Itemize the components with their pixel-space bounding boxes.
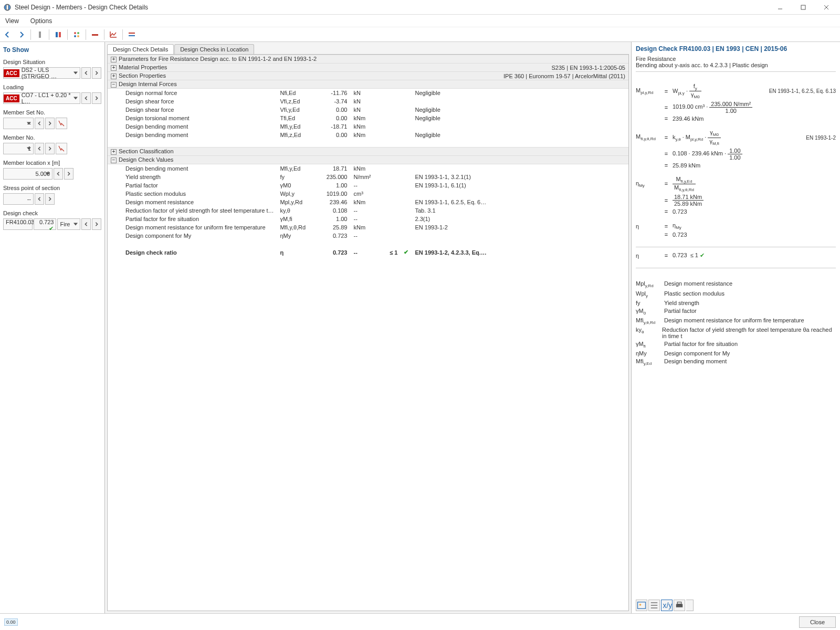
prev-memberset-button[interactable] — [35, 118, 44, 129]
svg-point-9 — [74, 32, 76, 34]
tree-header[interactable]: +Parameters for Fire Resistance Design a… — [108, 55, 628, 64]
pick-member-icon[interactable] — [56, 143, 67, 154]
member-loc-select[interactable]: 5.000 — [3, 168, 52, 180]
next-situation-button[interactable] — [92, 67, 101, 79]
minimize-button[interactable] — [770, 1, 791, 14]
prev-situation-button[interactable] — [81, 67, 91, 79]
legend-row: Mfiy,θ,RdDesign moment resistance for un… — [636, 317, 836, 325]
tool-icon-1[interactable] — [34, 29, 46, 40]
next-loc-button[interactable] — [64, 168, 74, 180]
table-row[interactable]: Design torsional momentTfi,Ed0.00kNmNegl… — [108, 114, 628, 122]
misc-icon[interactable] — [126, 29, 138, 40]
table-row[interactable]: Partial factor for fire situationγM,fi1.… — [108, 215, 628, 223]
table-row[interactable]: Design moment resistance for uniform fir… — [108, 223, 628, 232]
toolbar — [0, 27, 840, 42]
table-row[interactable]: Design shear forceVfi,y,Ed0.00kNNegligib… — [108, 106, 628, 114]
formula-icon[interactable]: x/y — [661, 600, 673, 611]
design-check-ratio: 0.723 ✔ — [34, 218, 56, 230]
chevron-down-icon — [27, 148, 31, 150]
member-no-select[interactable]: 1 — [3, 143, 34, 154]
graph-icon[interactable] — [108, 29, 119, 40]
design-situation-label: Design Situation — [3, 59, 101, 65]
table-row[interactable]: Design moment resistanceMpl,y,Rd239.46kN… — [108, 198, 628, 206]
prev-loading-button[interactable] — [81, 92, 91, 104]
tree-header[interactable]: +Section Classification — [108, 148, 628, 156]
table-row[interactable]: Plastic section modulusWpl,y1019.00cm³ — [108, 190, 628, 198]
equation-4: η=ηMy =0.723 — [636, 220, 836, 239]
forward-icon[interactable] — [16, 29, 27, 40]
pick-memberset-icon[interactable] — [56, 118, 67, 129]
next-member-button[interactable] — [45, 143, 55, 154]
window-title: Steel Design - Members - Design Check De… — [15, 4, 770, 11]
table-row[interactable]: Design shear forceVfi,z,Ed-3.74kN — [108, 97, 628, 106]
svg-rect-3 — [801, 5, 805, 9]
picture-icon[interactable] — [636, 600, 647, 611]
status-value: 0.00 — [4, 618, 18, 626]
close-dialog-button[interactable]: Close — [799, 616, 836, 628]
design-situation-select[interactable]: ACC DS2 - ULS (STR/GEO … — [3, 67, 80, 79]
next-loading-button[interactable] — [92, 92, 101, 104]
formula-subhead: Fire Resistance Bending about y-axis acc… — [636, 56, 836, 75]
tree-header[interactable]: −Design Check Values — [108, 156, 628, 164]
close-button[interactable] — [816, 1, 837, 14]
equation-5: η=0.723 ≤ 1 ✔ — [636, 250, 836, 260]
formula-toolbar: x/y — [636, 600, 694, 611]
menu-view[interactable]: View — [3, 16, 21, 26]
svg-rect-22 — [676, 604, 683, 607]
loading-select[interactable]: ACC CO7 - LC1 + 0.20 * L… — [3, 92, 80, 104]
section-icon[interactable] — [52, 29, 64, 40]
design-check-type-select[interactable]: Fire — [57, 218, 80, 230]
member-set-select[interactable]: -- — [3, 118, 34, 129]
stress-point-select[interactable]: -- — [3, 193, 34, 205]
table-row[interactable]: Partial factorγM01.00--EN 1993-1-1, 6.1(… — [108, 181, 628, 190]
table-row[interactable]: Yield strengthfy235.000N/mm²EN 1993-1-1,… — [108, 173, 628, 181]
sidebar-title: To Show — [3, 46, 101, 54]
color-icon[interactable] — [71, 29, 82, 40]
print-dropdown-icon[interactable] — [686, 600, 694, 611]
loading-label: Loading — [3, 84, 101, 90]
table-row[interactable]: Design bending momentMfi,y,Ed18.71kNm — [108, 164, 628, 173]
tree-header[interactable]: +Section PropertiesIPE 360 | Euronorm 19… — [108, 72, 628, 80]
design-check-label: Design check — [3, 210, 101, 216]
chevron-down-icon — [74, 97, 78, 100]
table-row[interactable]: Design check ratioη0.723--≤ 1✔EN 1993-1-… — [108, 248, 628, 257]
prev-sp-button[interactable] — [35, 193, 44, 205]
back-icon[interactable] — [2, 29, 14, 40]
table-row[interactable]: Design component for MyηMy0.723-- — [108, 232, 628, 240]
table-row[interactable]: Design normal forceNfi,Ed-11.76kNNegligi… — [108, 89, 628, 97]
tree-header[interactable]: +Material PropertiesS235 | EN 1993-1-1:2… — [108, 64, 628, 72]
next-sp-button[interactable] — [45, 193, 55, 205]
beam-icon[interactable] — [89, 29, 101, 40]
legend-row: kyθReduction factor of yield strength fo… — [636, 327, 836, 339]
tree-table-container: +Parameters for Fire Resistance Design a… — [107, 54, 629, 611]
prev-loc-button[interactable] — [54, 168, 63, 180]
table-row[interactable]: Design bending momentMfi,z,Ed0.00kNmNegl… — [108, 131, 628, 139]
equation-2: Mfi,y,θ,Rd= ky,θ · Mpl,y,Rd · γM0γM,fi E… — [636, 128, 836, 170]
tab-in-location[interactable]: Design Checks in Location — [174, 44, 254, 54]
tree-header[interactable]: −Design Internal Forces — [108, 80, 628, 89]
formula-panel: Design Check FR4100.03 | EN 1993 | CEN |… — [631, 42, 840, 613]
next-memberset-button[interactable] — [45, 118, 55, 129]
svg-rect-14 — [129, 33, 135, 34]
print-icon[interactable] — [674, 600, 685, 611]
maximize-button[interactable] — [793, 1, 814, 14]
tab-details[interactable]: Design Check Details — [107, 44, 174, 54]
svg-rect-7 — [56, 32, 58, 37]
svg-text:x/y: x/y — [663, 602, 673, 610]
next-dc-button[interactable] — [92, 218, 101, 230]
menu-options[interactable]: Options — [28, 16, 54, 26]
legend-row: WplyPlastic section modulus — [636, 290, 836, 298]
table-row[interactable]: Reduction factor of yield strength for s… — [108, 206, 628, 215]
design-check-code[interactable]: FR4100.03 — [3, 218, 33, 230]
prev-member-button[interactable] — [35, 143, 44, 154]
center-panel: Design Check Details Design Checks in Lo… — [105, 42, 631, 613]
svg-point-10 — [77, 32, 79, 34]
table-row[interactable]: Design bending momentMfi,y,Ed-18.71kNm — [108, 122, 628, 131]
symbol-legend: Mply,RdDesign moment resistanceWplyPlast… — [636, 279, 836, 368]
list-icon[interactable] — [648, 600, 660, 611]
svg-rect-6 — [39, 32, 41, 38]
legend-row: γMfiPartial factor for fire situation — [636, 341, 836, 349]
prev-dc-button[interactable] — [81, 218, 91, 230]
chevron-down-icon — [74, 223, 78, 226]
svg-rect-16 — [638, 602, 646, 609]
